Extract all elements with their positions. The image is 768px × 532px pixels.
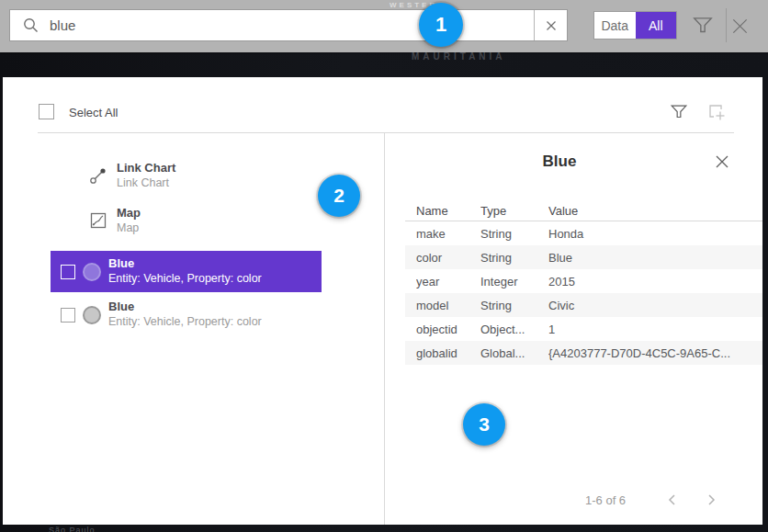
cell-value: Civic [548,299,762,312]
cell-type: Global... [480,346,548,360]
result-title: Blue [108,300,262,314]
select-all-checkbox[interactable] [39,104,54,119]
cell-type: String [480,299,548,312]
result-checkbox[interactable] [61,265,75,279]
search-toolbar: Data All [0,0,768,52]
clear-x-icon [545,19,558,32]
attributes-table: Name Type Value make String Honda color … [405,200,762,365]
column-header-type: Type [480,204,548,218]
results-filter-icon[interactable] [669,102,689,122]
cell-value: 2015 [548,275,762,289]
table-header: Name Type Value [405,200,762,221]
search-box [9,9,568,41]
detail-title: Blue [385,153,734,171]
entity-circle-icon [83,306,101,324]
table-row: model String Civic [405,293,762,317]
result-subtitle: Entity: Vehicle, Property: color [108,271,262,287]
app-screen: WESTER MAURITANIA São Paulo Data All [0,0,768,532]
filter-icon[interactable] [691,14,715,38]
callout-badge-3: 3 [463,403,505,446]
cell-name: year [416,275,480,289]
result-subtitle: Map [117,221,141,236]
select-all-label: Select All [69,106,118,119]
scope-option-data[interactable]: Data [594,12,636,39]
result-title: Map [117,206,141,221]
callout-badge-2: 2 [318,175,360,217]
results-panel: Select All Link Chart Link Chart [3,77,762,525]
scope-toggle: Data All [593,11,677,40]
cell-value: 1 [548,323,762,336]
column-header-value: Value [548,204,762,218]
scope-option-all[interactable]: All [636,12,677,39]
cell-value: {A4203777-D70D-4C5C-9A65-C... [548,346,762,360]
cell-name: globalid [416,346,480,360]
column-header-name: Name [416,204,480,218]
cell-name: color [416,251,480,265]
toolbar-divider [726,8,727,42]
clear-search-button[interactable] [534,10,567,40]
result-title: Link Chart [117,161,175,175]
cell-type: Object... [480,323,548,336]
cell-type: String [480,227,548,241]
pagination-prev-icon[interactable] [663,491,682,509]
map-icon [89,211,107,230]
detail-panel: Blue Name Type Value make String Honda [385,132,762,525]
search-icon [22,17,40,34]
table-row: make String Honda [405,221,762,245]
link-chart-icon [89,166,107,185]
add-to-selection-icon[interactable] [706,101,728,123]
result-item-blue-selected[interactable]: Blue Entity: Vehicle, Property: color [51,251,322,292]
result-item-map[interactable]: Map Map [38,203,322,238]
result-subtitle: Link Chart [117,175,175,191]
map-label-mauritania: MAURITANIA [412,51,506,62]
table-row: color String Blue [405,245,762,269]
pagination-label: 1-6 of 6 [585,493,626,507]
cell-name: model [416,299,480,312]
close-detail-icon[interactable] [714,153,730,170]
cell-type: Integer [480,275,548,289]
cell-value: Honda [548,227,762,241]
map-label-sao-paulo: São Paulo [49,526,96,532]
pagination-next-icon[interactable] [702,491,720,509]
result-subtitle: Entity: Vehicle, Property: color [108,314,262,330]
cell-value: Blue [548,251,762,265]
result-item-blue[interactable]: Blue Entity: Vehicle, Property: color [51,294,322,335]
entity-circle-icon [83,263,101,281]
result-item-link-chart[interactable]: Link Chart Link Chart [38,158,322,193]
table-row: objectid Object... 1 [405,317,762,341]
cell-type: String [480,251,548,265]
cell-name: objectid [416,323,480,336]
table-row: year Integer 2015 [405,269,762,293]
table-row: globalid Global... {A4203777-D70D-4C5C-9… [405,341,762,365]
result-checkbox[interactable] [61,308,75,323]
result-title: Blue [108,256,262,271]
callout-badge-1: 1 [419,3,463,47]
cell-name: make [416,227,480,241]
close-search-icon[interactable] [729,16,751,37]
